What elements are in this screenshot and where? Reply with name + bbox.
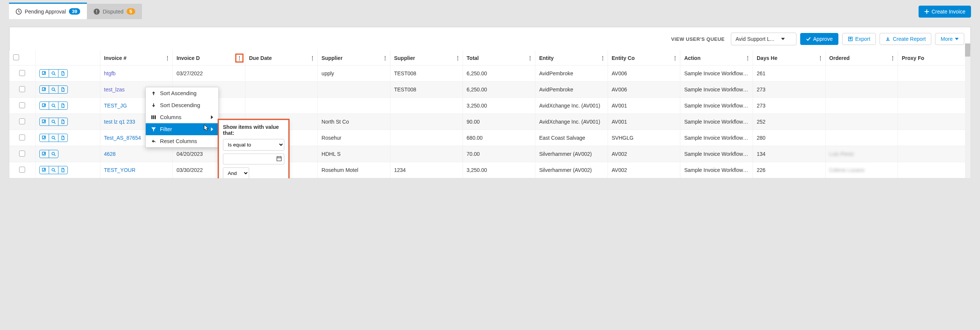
search-icon-button[interactable] [49,134,59,141]
column-header-invoice-num[interactable]: Invoice #⋮ [100,51,173,65]
filter-value-1-input[interactable] [223,154,284,165]
tab-pending-approval[interactable]: Pending Approval 39 [9,4,87,19]
open-icon-button[interactable] [40,166,49,174]
menu-filter[interactable]: Filter [146,123,218,135]
open-icon-button[interactable] [40,102,49,109]
document-icon-button[interactable] [59,118,67,125]
column-header-supplier-code[interactable]: Supplier⋮ [390,51,463,65]
create-invoice-button[interactable]: Create Invoice [919,6,971,17]
menu-sort-ascending[interactable]: Sort Ascending [146,87,218,99]
row-checkbox[interactable] [19,102,25,108]
caret-right-icon [211,115,213,119]
ordered-cell [825,98,898,114]
open-icon-button[interactable] [40,118,49,125]
search-icon-button[interactable] [49,102,59,109]
search-icon-button[interactable] [49,118,59,125]
invoice-number-link[interactable]: TEST_JG [104,103,127,109]
column-header-total[interactable]: Total⋮ [463,51,535,65]
entity-code-cell: SVHGLG [608,130,680,146]
row-checkbox[interactable] [19,135,25,140]
column-header-supplier-name[interactable]: Supplier⋮ [318,51,390,65]
column-menu-icon[interactable]: ⋮ [527,55,533,61]
invoice-number-link[interactable]: TEST_YOUR [104,167,135,173]
export-button[interactable]: Export [842,33,876,45]
column-menu-icon[interactable]: ⋮ [890,55,895,61]
entity-code-cell: AV006 [608,82,680,98]
create-report-button[interactable]: Create Report [880,33,931,45]
row-checkbox[interactable] [19,118,25,124]
header-label: Entity [539,55,554,61]
column-menu-icon[interactable]: ⋮ [455,55,460,61]
row-checkbox[interactable] [19,70,25,76]
table-row: TEST_YOUR 03/30/2022 03/30/2022 Rosehum … [10,162,970,178]
row-action-buttons [39,117,68,126]
document-icon-button[interactable] [59,70,67,77]
search-icon-button[interactable] [49,166,59,174]
filter-operator-1-select[interactable]: Is equal to [223,139,284,151]
column-menu-icon[interactable]: ⋮ [236,54,243,62]
approve-button[interactable]: Approve [800,33,838,45]
invoice-number-link[interactable]: Test_AS_87654 [104,135,141,141]
open-icon-button[interactable] [40,70,49,77]
document-icon-button[interactable] [59,134,67,141]
column-header-due-date[interactable]: Due Date⋮ [245,51,318,65]
document-icon-button[interactable] [59,86,67,93]
header-label: Invoice # [104,55,127,61]
invoice-date-cell: 03/27/2022 [173,65,245,82]
open-icon-button[interactable] [40,134,49,141]
invoice-number-link[interactable]: 4628 [104,151,116,157]
supplier-code-cell [390,130,463,146]
tab-label: Disputed [103,9,123,14]
entity-cell: Silverhammer (AV002) [535,162,608,178]
tab-bar: Pending Approval 39 Disputed 5 [9,4,142,19]
column-header-proxy-for[interactable]: Proxy Fo⋮ [898,51,970,65]
user-queue-select[interactable]: Avid Support L... [731,33,796,45]
invoice-number-link[interactable]: test_lzas [104,87,125,92]
column-menu-icon[interactable]: ⋮ [310,55,315,61]
select-all-checkbox[interactable] [13,54,19,60]
column-header-invoice-date[interactable]: Invoice D⋮ [173,51,245,65]
vertical-scrollbar[interactable] [965,43,970,178]
open-icon-button[interactable] [40,86,49,93]
caret-right-icon [211,127,213,131]
menu-columns[interactable]: Columns [146,111,218,123]
column-header-entity[interactable]: Entity⋮ [535,51,608,65]
column-menu-icon[interactable]: ⋮ [600,55,605,61]
column-header-ordered[interactable]: Ordered⋮ [825,51,898,65]
svg-rect-25 [155,115,156,119]
button-label: Create Report [893,36,926,42]
menu-reset-columns[interactable]: Reset Columns [146,135,218,147]
column-menu: Sort Ascending Sort Descending Columns F… [145,87,219,148]
columns-icon [151,114,156,120]
check-icon [806,36,811,41]
column-header-entity-code[interactable]: Entity Co⋮ [608,51,680,65]
action-cell: Sample Invoice Workflow Step 1 [680,65,753,82]
search-icon-button[interactable] [49,86,59,93]
document-icon-button[interactable] [59,102,67,109]
table-row: htgfb 03/27/2022 upply TEST008 6,250.00 … [10,65,970,82]
row-checkbox[interactable] [19,86,25,92]
search-icon-button[interactable] [49,70,59,77]
tab-count-badge: 39 [69,8,80,14]
more-button[interactable]: More [935,33,964,45]
column-header-days-held[interactable]: Days He⋮ [753,51,826,65]
invoice-number-link[interactable]: test lz q1 233 [104,119,135,125]
row-checkbox[interactable] [19,151,25,157]
row-checkbox[interactable] [19,167,25,173]
column-header-action[interactable]: Action⋮ [680,51,753,65]
tab-disputed[interactable]: Disputed 5 [87,4,142,19]
column-menu-icon[interactable]: ⋮ [673,55,678,61]
column-menu-icon[interactable]: ⋮ [382,55,388,61]
menu-sort-descending[interactable]: Sort Descending [146,99,218,111]
column-menu-icon[interactable]: ⋮ [745,55,750,61]
search-icon-button[interactable] [49,150,58,158]
invoice-number-link[interactable]: htgfb [104,70,116,76]
column-menu-icon[interactable]: ⋮ [165,55,170,61]
filter-logic-select[interactable]: And [223,167,249,179]
calendar-icon[interactable] [276,155,282,163]
column-menu-icon[interactable]: ⋮ [818,55,823,61]
open-icon-button[interactable] [40,150,49,158]
document-icon-button[interactable] [59,166,67,174]
menu-label: Filter [160,126,172,132]
header-label: Total [467,55,479,61]
